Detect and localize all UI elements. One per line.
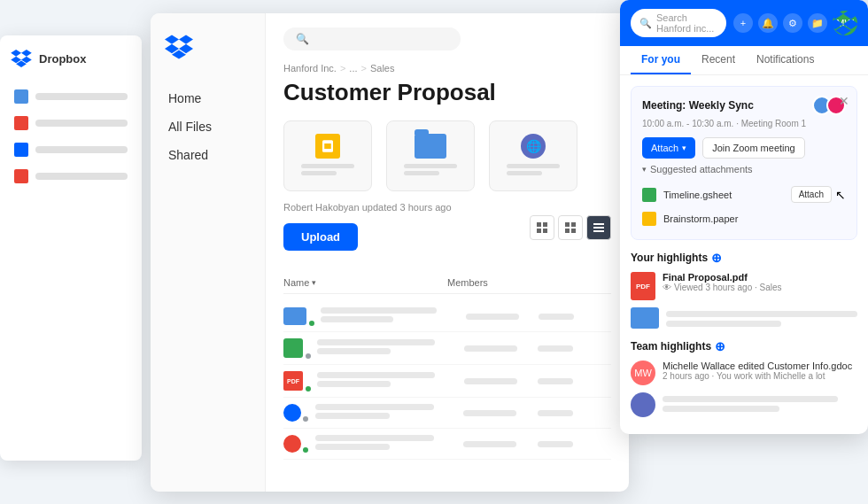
pdf-highlight-icon: PDF <box>631 272 655 300</box>
sidebar-item-shared[interactable]: Shared <box>165 141 251 169</box>
back-panel-item <box>11 85 131 108</box>
back-panel-item <box>11 112 131 135</box>
dropbox-logo-icon <box>11 50 32 67</box>
meeting-time: 10:00 a.m. - 10:30 a.m. · Meeting Room 1 <box>642 119 846 128</box>
table-row[interactable] <box>283 398 611 429</box>
sidebar-item-all-files[interactable]: All Files <box>165 112 251 141</box>
main-panel: Home All Files Shared 🔍 Hanford Inc. > .… <box>151 13 629 492</box>
tile-view-btn[interactable] <box>558 215 583 240</box>
meeting-actions: Attach ▾ Join Zoom meeting <box>642 137 846 159</box>
back-panel-folder-icon <box>14 89 28 104</box>
file-preview-folder[interactable] <box>386 120 475 191</box>
svg-rect-12 <box>593 230 604 232</box>
meeting-card: ✕ Meeting: Weekly Sync 10:00 a.m. - 10:3… <box>631 86 857 240</box>
main-sidebar: Home All Files Shared <box>151 13 266 492</box>
highlight-item-folder[interactable] <box>631 307 857 329</box>
svg-rect-4 <box>537 229 541 233</box>
svg-rect-11 <box>593 227 604 229</box>
breadcrumb: Hanford Inc. > ... > Sales <box>283 63 611 74</box>
team-highlights-add-icon[interactable]: ⊕ <box>715 339 725 353</box>
row-icon-sheet <box>283 338 310 358</box>
highlights-add-icon[interactable]: ⊕ <box>711 251 722 265</box>
small-attach-button-1[interactable]: Attach <box>791 186 832 203</box>
right-search-icon: 🔍 <box>639 18 652 29</box>
top-dropbox-logo-icon <box>827 9 859 35</box>
search-bar[interactable]: 🔍 <box>283 27 461 50</box>
team-action-text: Michelle Wallace edited Customer Info.gd… <box>663 361 857 371</box>
suggestion-item-1: Timeline.gsheet Attach ↖ <box>642 182 846 207</box>
settings-icon[interactable]: ⚙ <box>783 13 802 33</box>
bell-icon[interactable]: 🔔 <box>758 13 778 33</box>
svg-rect-1 <box>324 143 331 149</box>
breadcrumb-company[interactable]: Hanford Inc. <box>283 63 337 74</box>
attach-button[interactable]: Attach ▾ <box>642 137 695 159</box>
suggestion-item-2: Brainstorm.paper <box>642 207 846 230</box>
chevron-down-icon: ▾ <box>682 143 686 152</box>
right-search-bar[interactable]: 🔍 Search Hanford inc... <box>631 9 726 37</box>
row-icon-folder <box>283 307 314 325</box>
file-preview-globe[interactable]: 🌐 <box>489 120 577 191</box>
svg-rect-3 <box>543 222 547 227</box>
files-icon[interactable]: 📁 <box>808 13 827 33</box>
close-icon[interactable]: ✕ <box>839 94 849 108</box>
row-icon-doc <box>283 435 308 453</box>
search-icon: 🔍 <box>296 33 309 45</box>
team-item: MW Michelle Wallace edited Customer Info… <box>631 361 857 385</box>
file-preview-list: 🌐 <box>283 120 611 191</box>
highlight-item-pdf[interactable]: PDF Final Proposal.pdf 👁 Viewed 3 hours … <box>631 272 857 300</box>
meeting-title: Meeting: Weekly Sync <box>642 99 754 112</box>
team-item-2 <box>631 392 857 417</box>
back-panel-item <box>11 165 131 188</box>
page-title: Customer Proposal <box>283 79 611 106</box>
view-toggle <box>530 215 611 240</box>
slides-suggestion-icon <box>642 212 656 226</box>
main-sidebar-logo <box>165 35 251 63</box>
cursor-icon: ↖ <box>835 188 846 202</box>
table-row[interactable] <box>283 332 611 365</box>
highlight-sub: 👁 Viewed 3 hours ago · Sales <box>663 283 857 292</box>
right-search-text: Search Hanford inc... <box>656 12 717 34</box>
tab-recent[interactable]: Recent <box>691 46 746 74</box>
suggestion-name-1: Timeline.gsheet <box>663 190 732 200</box>
table-row[interactable] <box>283 429 611 460</box>
your-highlights-title: Your highlights ⊕ <box>631 251 857 265</box>
svg-rect-5 <box>543 229 547 233</box>
suggested-attachments-header: ▾ Suggested attachments <box>642 164 846 174</box>
panel-body: ✕ Meeting: Weekly Sync 10:00 a.m. - 10:3… <box>620 75 868 434</box>
add-icon[interactable]: + <box>733 13 753 33</box>
folder-highlight-icon <box>631 307 659 329</box>
svg-rect-8 <box>565 229 570 233</box>
team-avatar-2 <box>631 392 655 417</box>
slides-icon <box>315 134 340 159</box>
upload-button[interactable]: Upload <box>283 223 358 251</box>
sidebar-dropbox-logo-icon <box>165 35 193 59</box>
breadcrumb-ellipsis[interactable]: ... <box>349 63 357 74</box>
file-preview-slides[interactable] <box>283 120 372 191</box>
join-zoom-button[interactable]: Join Zoom meeting <box>702 137 805 159</box>
svg-rect-9 <box>571 229 576 233</box>
right-panel: 🔍 Search Hanford inc... + 🔔 ⚙ 📁 MW For y… <box>620 0 868 434</box>
list-view-btn[interactable] <box>586 215 611 240</box>
col-members-header: Members <box>447 277 530 288</box>
table-row[interactable]: PDF <box>283 365 611 398</box>
table-row[interactable] <box>283 301 611 332</box>
team-highlights-title: Team highlights ⊕ <box>631 339 857 353</box>
breadcrumb-folder[interactable]: Sales <box>370 63 395 74</box>
main-content-area: 🔍 Hanford Inc. > ... > Sales Customer Pr… <box>266 13 629 492</box>
highlight-filename: Final Proposal.pdf <box>663 272 857 283</box>
tab-notifications[interactable]: Notifications <box>746 46 825 74</box>
sidebar-item-home[interactable]: Home <box>165 84 251 112</box>
tab-for-you[interactable]: For you <box>631 46 691 74</box>
team-sub-text: 2 hours ago · You work with Michelle a l… <box>663 371 857 381</box>
back-panel-pdf-icon <box>14 116 28 130</box>
col-name-header: Name ▾ <box>283 277 447 288</box>
folder-preview-icon <box>415 134 446 159</box>
back-panel-logo-text: Dropbox <box>39 52 86 66</box>
grid-view-btn[interactable] <box>530 215 554 240</box>
row-icon-pdf: PDF <box>283 371 310 391</box>
chevron-icon: ▾ <box>642 165 647 174</box>
globe-icon: 🌐 <box>521 134 546 159</box>
svg-rect-2 <box>537 222 541 227</box>
back-panel-link-icon <box>14 143 28 157</box>
back-panel-logo: Dropbox <box>11 50 131 67</box>
